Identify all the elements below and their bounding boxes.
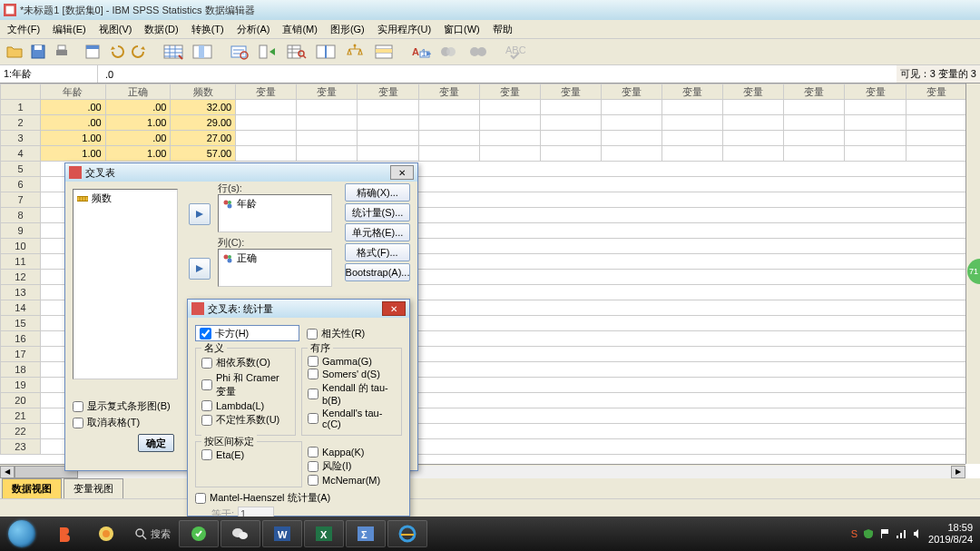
taskbar-app-2[interactable]	[86, 520, 126, 547]
start-button[interactable]	[0, 517, 44, 551]
volume-icon[interactable]	[912, 528, 923, 539]
rows-list[interactable]: 年龄	[218, 194, 332, 232]
col-empty[interactable]: 变量	[540, 84, 601, 100]
table-row[interactable]: 2.001.0029.00	[1, 115, 966, 131]
correlations-checkbox[interactable]: 相关性(R)	[307, 327, 402, 340]
contingency-coef-checkbox[interactable]: 相依系数(O)	[201, 356, 289, 369]
undo-icon[interactable]	[105, 41, 127, 63]
statistics-button[interactable]: 统计量(S)...	[345, 203, 410, 221]
redo-icon[interactable]	[129, 41, 151, 63]
title-bar[interactable]: *未标题1 [数据集0] - IBM SPSS Statistics 数据编辑器	[0, 0, 980, 20]
mcnemar-checkbox[interactable]: McNemar(M)	[308, 475, 402, 486]
cols-list[interactable]: 正确	[218, 249, 332, 287]
bootstrap-button[interactable]: Bootstrap(A)...	[345, 263, 410, 281]
scroll-right-icon[interactable]: ▶	[951, 466, 965, 478]
taskbar-search[interactable]: 搜索	[127, 527, 178, 541]
display-clustered-bar-checkbox[interactable]: 显示复式条形图(B)	[73, 399, 171, 413]
gamma-checkbox[interactable]: Gamma(G)	[308, 356, 396, 367]
menu-window[interactable]: 窗口(W)	[438, 21, 485, 38]
col-empty[interactable]: 变量	[723, 84, 784, 100]
open-icon[interactable]	[4, 41, 25, 63]
col-empty[interactable]: 变量	[906, 84, 965, 100]
value-labels-icon[interactable]: A1▸	[407, 41, 434, 63]
table-row[interactable]: 1.00.0032.00	[1, 100, 966, 115]
network-icon[interactable]	[896, 528, 906, 539]
col-empty[interactable]: 变量	[418, 84, 479, 100]
variables-icon[interactable]	[225, 41, 252, 63]
use-variable-sets-icon[interactable]	[436, 41, 463, 63]
col-empty[interactable]: 变量	[845, 84, 906, 100]
taskbar-excel[interactable]: X	[304, 520, 344, 547]
dialog-title-bar[interactable]: 交叉表 ✕	[65, 163, 417, 182]
select-cases-icon[interactable]	[370, 41, 397, 63]
system-tray[interactable]: S 18:59 2019/8/24	[844, 522, 980, 546]
col-header[interactable]: 频数	[171, 84, 236, 100]
crosstabs-statistics-dialog[interactable]: 交叉表: 统计量 ✕ 卡方(H) 相关性(R) 名义 相依系数(O) Phi 和…	[187, 299, 410, 517]
suppress-tables-checkbox[interactable]: 取消表格(T)	[73, 416, 140, 429]
eta-checkbox[interactable]: Eta(E)	[201, 449, 296, 460]
source-variables-list[interactable]: 频数	[73, 189, 178, 379]
uncertainty-coef-checkbox[interactable]: 不定性系数(U)	[201, 413, 289, 427]
close-icon[interactable]: ✕	[382, 301, 406, 316]
chi-square-checkbox[interactable]: 卡方(H)	[195, 325, 299, 341]
format-button[interactable]: 格式(F)...	[345, 243, 410, 261]
split-file-icon[interactable]	[312, 41, 339, 63]
list-item[interactable]: 正确	[219, 250, 331, 267]
menu-direct-marketing[interactable]: 直销(M)	[277, 21, 323, 38]
menu-help[interactable]: 帮助	[487, 21, 518, 38]
taskbar-app-3[interactable]	[179, 520, 219, 547]
risk-checkbox[interactable]: 风险(I)	[308, 459, 402, 473]
col-empty[interactable]: 变量	[601, 84, 662, 100]
close-icon[interactable]: ✕	[390, 165, 414, 180]
menu-view[interactable]: 视图(V)	[93, 21, 138, 38]
shield-icon[interactable]	[863, 528, 874, 539]
spellcheck-icon[interactable]: ABC	[501, 41, 528, 63]
lambda-checkbox[interactable]: Lambda(L)	[201, 400, 289, 411]
col-empty[interactable]: 变量	[236, 84, 297, 100]
phi-cramer-checkbox[interactable]: Phi 和 Cramer 变量	[201, 371, 289, 398]
find-icon[interactable]	[283, 41, 310, 63]
scroll-left-icon[interactable]: ◀	[0, 466, 15, 478]
col-empty[interactable]: 变量	[358, 84, 418, 100]
menu-data[interactable]: 数据(D)	[139, 21, 183, 38]
col-header[interactable]: 正确	[105, 84, 171, 100]
taskbar-spss[interactable]: Σ	[346, 520, 386, 547]
weight-cases-icon[interactable]	[341, 41, 368, 63]
kappa-checkbox[interactable]: Kappa(K)	[308, 447, 402, 458]
taskbar-ie[interactable]	[387, 520, 427, 547]
save-icon[interactable]	[27, 41, 49, 63]
flag-icon[interactable]	[879, 528, 890, 539]
goto-case-icon[interactable]	[160, 41, 187, 63]
taskbar-wechat[interactable]	[220, 520, 260, 547]
tab-variable-view[interactable]: 变量视图	[64, 478, 123, 498]
col-empty[interactable]: 变量	[297, 84, 358, 100]
exact-button[interactable]: 精确(X)...	[345, 183, 410, 202]
col-empty[interactable]: 变量	[784, 84, 845, 100]
menu-analyze[interactable]: 分析(A)	[231, 21, 276, 38]
list-item[interactable]: 频数	[74, 190, 177, 207]
recall-dialog-icon[interactable]	[82, 41, 103, 63]
run-icon[interactable]	[254, 41, 281, 63]
cell-address[interactable]: 1:年龄	[0, 65, 98, 83]
somers-d-checkbox[interactable]: Somers' d(S)	[308, 369, 396, 379]
windows-taskbar[interactable]: 搜索 W X Σ S 18:59 2019/8/24	[0, 517, 980, 551]
print-icon[interactable]	[51, 41, 73, 63]
menu-utilities[interactable]: 实用程序(U)	[372, 21, 436, 38]
col-empty[interactable]: 变量	[662, 84, 723, 100]
goto-variable-icon[interactable]	[189, 41, 216, 63]
cells-button[interactable]: 单元格(E)...	[345, 223, 410, 241]
dialog-title-bar[interactable]: 交叉表: 统计量 ✕	[188, 300, 409, 318]
kendall-tau-b-checkbox[interactable]: Kendall 的 tau-b(B)	[308, 381, 396, 406]
move-to-rows-button[interactable]	[189, 203, 211, 225]
clock[interactable]: 18:59 2019/8/24	[928, 522, 973, 546]
kendall-tau-c-checkbox[interactable]: Kendall's tau-c(C)	[308, 408, 396, 429]
tab-data-view[interactable]: 数据视图	[2, 478, 62, 498]
cell-value[interactable]: .0	[98, 65, 897, 83]
taskbar-word[interactable]: W	[262, 520, 302, 547]
table-row[interactable]: 31.00.0027.00	[1, 131, 966, 146]
show-all-variables-icon[interactable]	[465, 41, 492, 63]
tray-icon[interactable]: S	[851, 528, 858, 539]
taskbar-app-1[interactable]	[44, 520, 84, 547]
col-header[interactable]: 年龄	[40, 84, 105, 100]
cmh-checkbox[interactable]: Mantel-Haenszel 统计量(A)	[195, 491, 402, 505]
